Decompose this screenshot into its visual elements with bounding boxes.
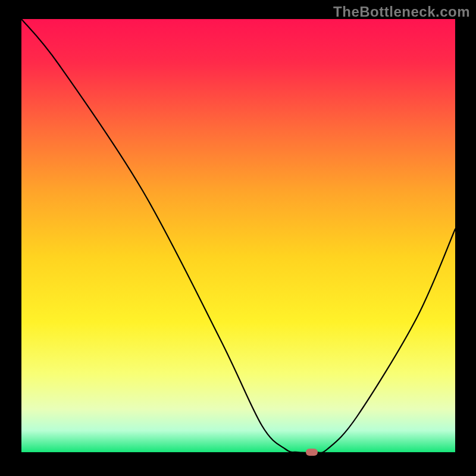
plot-background — [21, 19, 455, 452]
chart-svg — [0, 0, 476, 476]
optimal-marker — [306, 449, 318, 456]
bottleneck-chart: TheBottleneck.com — [0, 0, 476, 476]
watermark-text: TheBottleneck.com — [333, 4, 470, 20]
